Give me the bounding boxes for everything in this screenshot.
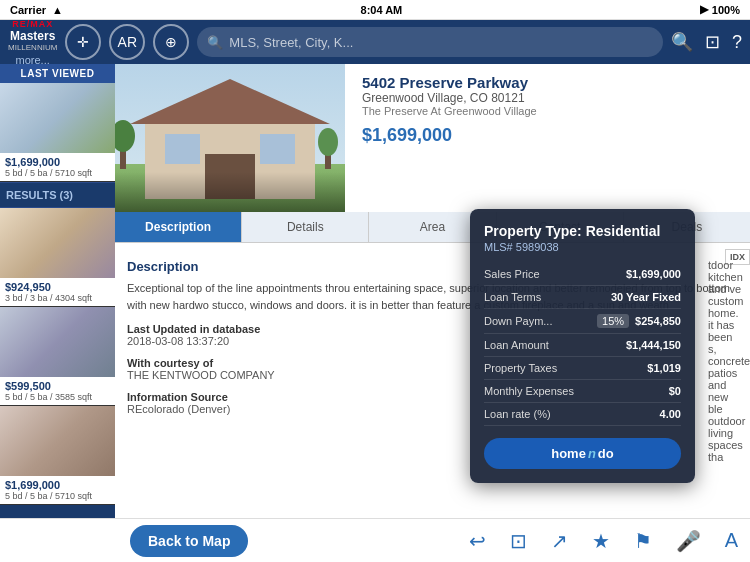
homendo-label-n: n	[588, 446, 596, 461]
mic-icon[interactable]: 🎤	[676, 529, 701, 553]
sidebar-details-2: 5 bd / 5 ba / 3585 sqft	[5, 392, 110, 402]
back-to-map-button[interactable]: Back to Map	[130, 525, 248, 557]
status-time: 8:04 AM	[361, 4, 403, 16]
main-content: LAST VIEWED $1,699,000 5 bd / 5 ba / 571…	[0, 64, 750, 518]
status-bar: Carrier ▲ 8:04 AM ▶ 100%	[0, 0, 750, 20]
sidebar-card-2[interactable]: $599,500 5 bd / 5 ba / 3585 sqft	[0, 307, 115, 406]
mortgage-row-monthly-expenses: Monthly Expenses $0	[484, 380, 681, 403]
sidebar-item-2[interactable]: $599,500 5 bd / 5 ba / 3585 sqft	[0, 307, 115, 406]
sidebar-item-3[interactable]: $1,699,000 5 bd / 5 ba / 5710 sqft	[0, 406, 115, 505]
mortgage-value-monthly-expenses: $0	[669, 385, 681, 397]
last-viewed-label: LAST VIEWED	[0, 64, 115, 83]
detail-area: 5402 Preserve Parkway Greenwood Village,…	[115, 64, 750, 518]
crosshair-icon: ✛	[77, 34, 89, 50]
ar-icon-btn[interactable]: AR	[109, 24, 145, 60]
sidebar-details-1: 3 bd / 3 ba / 4304 sqft	[5, 293, 110, 303]
mortgage-panel: Property Type: Residential MLS# 5989038 …	[470, 209, 695, 483]
sidebar-card-0[interactable]: $1,699,000 5 bd / 5 ba / 5710 sqft	[0, 83, 115, 182]
sidebar-item-0[interactable]: $1,699,000 5 bd / 5 ba / 5710 sqft	[0, 83, 115, 182]
battery-text: 100%	[712, 4, 740, 16]
mortgage-label-property-taxes: Property Taxes	[484, 362, 557, 374]
mortgage-panel-mls: MLS# 5989038	[484, 241, 681, 253]
sidebar-price-1: $924,950	[5, 281, 110, 293]
compass-icon-btn[interactable]: ⊕	[153, 24, 189, 60]
property-info-panel: 5402 Preserve Parkway Greenwood Village,…	[350, 64, 750, 156]
nav-right-icons: 🔍 ⊡ ?	[671, 31, 742, 53]
favorite-icon[interactable]: ★	[592, 529, 610, 553]
status-right: ▶ 100%	[700, 3, 740, 16]
property-image	[115, 64, 345, 212]
mortgage-row-sales-price: Sales Price $1,699,000	[484, 263, 681, 286]
sidebar-price-3: $1,699,000	[5, 479, 110, 491]
carrier-text: Carrier	[10, 4, 46, 16]
homendo-label-home: home	[551, 446, 586, 461]
sidebar-item-1[interactable]: $924,950 3 bd / 3 ba / 4304 sqft	[0, 208, 115, 307]
logo-brand: Masters	[10, 29, 55, 43]
search-placeholder: MLS, Street, City, K...	[229, 35, 353, 50]
sidebar-card-1[interactable]: $924,950 3 bd / 3 ba / 4304 sqft	[0, 208, 115, 307]
svg-rect-6	[260, 134, 295, 164]
mortgage-value-property-taxes: $1,019	[647, 362, 681, 374]
mortgage-value-sales-price: $1,699,000	[626, 268, 681, 280]
tab-details[interactable]: Details	[242, 212, 369, 242]
sidebar-price-2: $599,500	[5, 380, 110, 392]
bottom-icons: ↩ ⊡ ↗ ★ ⚑ 🎤 A	[248, 529, 750, 553]
screen-icon[interactable]: ⊡	[705, 31, 720, 53]
mortgage-row-property-taxes: Property Taxes $1,019	[484, 357, 681, 380]
property-city: Greenwood Village, CO 80121	[362, 91, 738, 105]
homendo-button[interactable]: homendo	[484, 438, 681, 469]
logo-sub: MILLENNIUM	[8, 43, 57, 52]
mortgage-panel-title: Property Type: Residential	[484, 223, 681, 239]
location-icon-btn[interactable]: ✛	[65, 24, 101, 60]
property-address: 5402 Preserve Parkway	[362, 74, 738, 91]
sidebar-price-0: $1,699,000	[5, 156, 110, 168]
view-icon[interactable]: ⊡	[510, 529, 527, 553]
mortgage-row-down-payment: Down Paym... 15% $254,850	[484, 309, 681, 334]
help-icon[interactable]: ?	[732, 32, 742, 53]
mortgage-down-pct[interactable]: 15%	[597, 314, 629, 328]
mortgage-value-loan-rate: 4.00	[660, 408, 681, 420]
mortgage-down-values: 15% $254,850	[597, 314, 681, 328]
sidebar-details-3: 5 bd / 5 ba / 5710 sqft	[5, 491, 110, 501]
mortgage-down-amount: $254,850	[635, 315, 681, 327]
homendo-label-do: do	[598, 446, 614, 461]
search-bar[interactable]: 🔍 MLS, Street, City, K...	[197, 27, 663, 57]
property-thumbnail-1	[0, 208, 115, 278]
mortgage-label-loan-amount: Loan Amount	[484, 339, 549, 351]
mortgage-value-loan-amount: $1,444,150	[626, 339, 681, 351]
svg-point-10	[318, 128, 338, 156]
right-panel-text: tdoor kitchen and ve custom home. it has…	[708, 259, 750, 463]
property-thumbnail-0	[0, 83, 115, 153]
property-price: $1,699,000	[362, 125, 738, 146]
search-icon: 🔍	[207, 35, 223, 50]
signal-icon: ▶	[700, 3, 708, 16]
sidebar: LAST VIEWED $1,699,000 5 bd / 5 ba / 571…	[0, 64, 115, 518]
compass-icon: ⊕	[165, 34, 177, 50]
tab-description[interactable]: Description	[115, 212, 242, 242]
mortgage-label-down-payment: Down Paym...	[484, 315, 552, 327]
sidebar-card-info-1: $924,950 3 bd / 3 ba / 4304 sqft	[0, 278, 115, 306]
share-icon[interactable]: ↗	[551, 529, 568, 553]
nav-logo: RE/MAX Masters MILLENNIUM more...	[8, 19, 57, 66]
sidebar-card-info-0: $1,699,000 5 bd / 5 ba / 5710 sqft	[0, 153, 115, 181]
sidebar-card-info-2: $599,500 5 bd / 5 ba / 3585 sqft	[0, 377, 115, 405]
mortgage-label-sales-price: Sales Price	[484, 268, 540, 280]
search-action-icon[interactable]: 🔍	[671, 31, 693, 53]
sidebar-card-3[interactable]: $1,699,000 5 bd / 5 ba / 5710 sqft	[0, 406, 115, 505]
nav-more[interactable]: more...	[16, 54, 50, 66]
mortgage-row-loan-terms: Loan Terms 30 Year Fixed	[484, 286, 681, 309]
svg-rect-5	[165, 134, 200, 164]
mortgage-row-loan-rate: Loan rate (%) 4.00	[484, 403, 681, 426]
ar-icon: AR	[118, 34, 137, 50]
mortgage-label-loan-terms: Loan Terms	[484, 291, 541, 303]
sidebar-card-info-3: $1,699,000 5 bd / 5 ba / 5710 sqft	[0, 476, 115, 504]
status-left: Carrier ▲	[10, 4, 63, 16]
mortgage-row-loan-amount: Loan Amount $1,444,150	[484, 334, 681, 357]
property-thumbnail-2	[0, 307, 115, 377]
property-community: The Preserve At Greenwood Village	[362, 105, 738, 117]
mortgage-value-loan-terms: 30 Year Fixed	[611, 291, 681, 303]
accessibility-icon[interactable]: A	[725, 529, 738, 552]
flag-icon[interactable]: ⚑	[634, 529, 652, 553]
back-icon[interactable]: ↩	[469, 529, 486, 553]
results-header: RESULTS (3)	[0, 182, 115, 208]
